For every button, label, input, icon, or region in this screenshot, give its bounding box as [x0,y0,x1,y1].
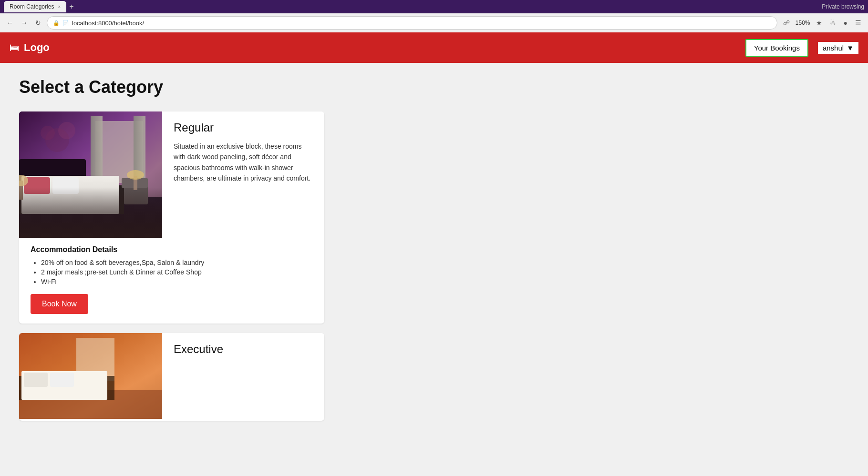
bed-icon: 🛏 [10,42,19,53]
zoom-level: 150% [796,20,810,26]
category-name-regular: Regular [174,121,315,134]
card-bottom-regular: Accommodation Details 20% off on food & … [19,238,324,324]
reader-view-button[interactable]: ☍ [781,17,792,29]
svg-point-18 [41,126,55,140]
card-top-regular: Regular Situated in an exclusive block, … [19,111,324,238]
category-card-regular: Regular Situated in an exclusive block, … [19,111,324,324]
card-info-regular: Regular Situated in an exclusive block, … [174,111,324,238]
browser-toolbar: ← → ↻ 🔒 📄 ☍ 150% ★ ☃ ● ☰ [0,13,868,32]
profile-button[interactable]: ● [842,17,849,29]
forward-button[interactable]: → [19,17,30,29]
address-bar[interactable] [72,20,771,27]
category-card-executive: Executive [19,333,324,421]
your-bookings-button[interactable]: Your Bookings [745,39,808,57]
svg-rect-25 [50,373,74,387]
app-navbar: 🛏 Logo Your Bookings anshul ▼ [0,32,868,63]
room-svg-regular [19,111,162,238]
page-title: Select a Category [19,77,849,97]
card-top-executive: Executive [19,333,324,421]
feature-item: Wi-Fi [41,278,313,285]
svg-point-17 [58,122,75,139]
active-tab[interactable]: Room Categories × [4,1,66,12]
tab-bar: Room Categories × + Private browsing [0,0,868,13]
back-button[interactable]: ← [5,17,15,29]
private-browsing-text: Private browsing [822,3,864,10]
security-icon: 🔒 [53,20,60,26]
user-name: anshul [823,44,844,52]
page-icon: 📄 [62,20,69,26]
svg-rect-24 [24,373,48,387]
accommodation-list-regular: 20% off on food & soft beverages,Spa, Sa… [31,259,313,285]
tab-title: Room Categories [10,3,54,10]
svg-rect-1 [19,197,162,238]
room-image-regular [19,111,162,238]
logo-text: Logo [24,41,50,54]
room-image-executive [19,333,162,421]
room-svg-executive [19,333,162,419]
category-description-regular: Situated in an exclusive block, these ro… [174,141,315,184]
feature-item: 20% off on food & soft beverages,Spa, Sa… [41,259,313,266]
shield-button[interactable]: ☃ [828,17,838,29]
logo-area[interactable]: 🛏 Logo [10,41,50,54]
svg-point-15 [127,170,144,180]
category-name-executive: Executive [174,343,315,356]
accommodation-title-regular: Accommodation Details [31,245,313,254]
bookmark-button[interactable]: ★ [814,17,824,29]
feature-item: 2 major meals ;pre-set Lunch & Dinner at… [41,268,313,276]
private-browsing-label: Private browsing [822,3,864,10]
svg-rect-12 [124,185,148,204]
menu-button[interactable]: ☰ [853,17,863,29]
new-tab-button[interactable]: + [69,2,73,11]
toolbar-right: ☍ 150% ★ ☃ ● ☰ [781,17,863,29]
refresh-button[interactable]: ↻ [33,17,43,29]
svg-rect-9 [52,177,79,194]
user-menu[interactable]: anshul ▼ [818,42,858,54]
browser-chrome: Room Categories × + Private browsing ← →… [0,0,868,32]
card-info-executive: Executive [174,333,324,421]
dropdown-icon: ▼ [847,44,854,52]
page-content: Select a Category [0,63,868,473]
svg-rect-6 [19,185,124,214]
tab-close-icon[interactable]: × [58,4,61,10]
book-now-button-regular[interactable]: Book Now [31,294,88,314]
address-bar-container: 🔒 📄 [47,16,777,30]
